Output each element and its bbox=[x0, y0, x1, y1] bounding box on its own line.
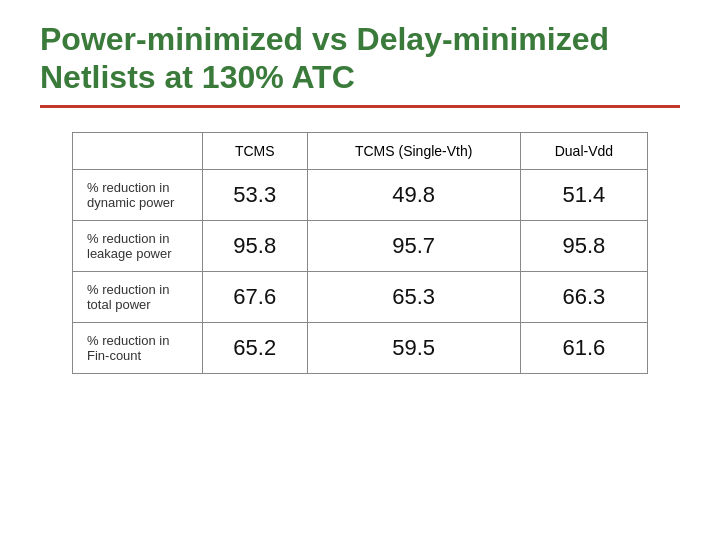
col-header-tcms-single: TCMS (Single-Vth) bbox=[307, 132, 520, 169]
col-header-dual-vdd: Dual-Vdd bbox=[520, 132, 647, 169]
cell-tcms-1: 95.8 bbox=[203, 220, 308, 271]
cell-tcms_single-3: 59.5 bbox=[307, 322, 520, 373]
table-row: % reduction in leakage power95.895.795.8 bbox=[73, 220, 648, 271]
cell-dual_vdd-3: 61.6 bbox=[520, 322, 647, 373]
row-label-1: % reduction in leakage power bbox=[73, 220, 203, 271]
row-label-2: % reduction in total power bbox=[73, 271, 203, 322]
cell-tcms-2: 67.6 bbox=[203, 271, 308, 322]
page-title: Power-minimized vs Delay-minimized Netli… bbox=[40, 20, 680, 97]
cell-tcms_single-1: 95.7 bbox=[307, 220, 520, 271]
cell-tcms_single-2: 65.3 bbox=[307, 271, 520, 322]
col-header-tcms: TCMS bbox=[203, 132, 308, 169]
cell-dual_vdd-1: 95.8 bbox=[520, 220, 647, 271]
cell-tcms-3: 65.2 bbox=[203, 322, 308, 373]
row-label-3: % reduction in Fin-count bbox=[73, 322, 203, 373]
cell-dual_vdd-0: 51.4 bbox=[520, 169, 647, 220]
row-label-0: % reduction in dynamic power bbox=[73, 169, 203, 220]
col-header-empty bbox=[73, 132, 203, 169]
data-table: TCMS TCMS (Single-Vth) Dual-Vdd % reduct… bbox=[72, 132, 648, 374]
table-row: % reduction in Fin-count65.259.561.6 bbox=[73, 322, 648, 373]
cell-dual_vdd-2: 66.3 bbox=[520, 271, 647, 322]
cell-tcms_single-0: 49.8 bbox=[307, 169, 520, 220]
table-wrapper: TCMS TCMS (Single-Vth) Dual-Vdd % reduct… bbox=[40, 132, 680, 374]
table-row: % reduction in dynamic power53.349.851.4 bbox=[73, 169, 648, 220]
table-row: % reduction in total power67.665.366.3 bbox=[73, 271, 648, 322]
title-area: Power-minimized vs Delay-minimized Netli… bbox=[40, 20, 680, 108]
cell-tcms-0: 53.3 bbox=[203, 169, 308, 220]
